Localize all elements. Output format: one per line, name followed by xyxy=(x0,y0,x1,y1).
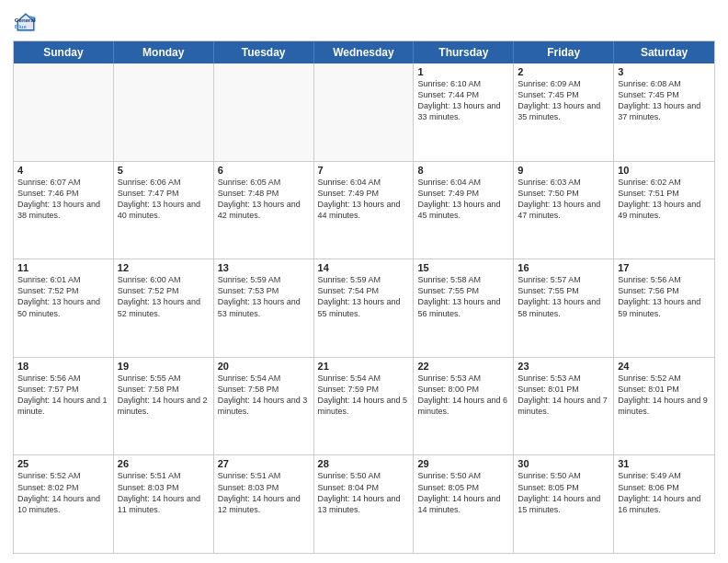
calendar-row-3: 18Sunrise: 5:56 AM Sunset: 7:57 PM Dayli… xyxy=(14,358,714,456)
cell-info: Sunrise: 5:52 AM Sunset: 8:01 PM Dayligh… xyxy=(618,373,711,418)
cell-number: 24 xyxy=(618,361,711,372)
cell-15: 15Sunrise: 5:58 AM Sunset: 7:55 PM Dayli… xyxy=(414,259,514,357)
cell-3: 3Sunrise: 6:08 AM Sunset: 7:45 PM Daylig… xyxy=(614,63,714,161)
cell-28: 28Sunrise: 5:50 AM Sunset: 8:04 PM Dayli… xyxy=(314,455,415,553)
cell-4: 4Sunrise: 6:07 AM Sunset: 7:46 PM Daylig… xyxy=(14,162,114,259)
cell-12: 12Sunrise: 6:00 AM Sunset: 7:52 PM Dayli… xyxy=(114,259,214,357)
cell-26: 26Sunrise: 5:51 AM Sunset: 8:03 PM Dayli… xyxy=(114,455,214,553)
cell-info: Sunrise: 6:06 AM Sunset: 7:47 PM Dayligh… xyxy=(118,177,210,222)
cell-info: Sunrise: 5:49 AM Sunset: 8:06 PM Dayligh… xyxy=(618,470,711,515)
cell-number: 17 xyxy=(618,262,711,273)
calendar-row-0: 1Sunrise: 6:10 AM Sunset: 7:44 PM Daylig… xyxy=(14,63,714,162)
cell-number: 13 xyxy=(218,262,310,273)
cell-info: Sunrise: 5:51 AM Sunset: 8:03 PM Dayligh… xyxy=(218,470,310,515)
cell-22: 22Sunrise: 5:53 AM Sunset: 8:00 PM Dayli… xyxy=(414,358,514,455)
cell-info: Sunrise: 5:57 AM Sunset: 7:55 PM Dayligh… xyxy=(518,274,609,319)
cell-number: 19 xyxy=(118,361,210,372)
cell-info: Sunrise: 6:08 AM Sunset: 7:45 PM Dayligh… xyxy=(618,78,711,123)
cell-number: 15 xyxy=(417,262,509,273)
calendar-row-4: 25Sunrise: 5:52 AM Sunset: 8:02 PM Dayli… xyxy=(14,455,714,553)
cell-info: Sunrise: 5:58 AM Sunset: 7:55 PM Dayligh… xyxy=(417,274,509,319)
cell-27: 27Sunrise: 5:51 AM Sunset: 8:03 PM Dayli… xyxy=(214,455,314,553)
day-header-wednesday: Wednesday xyxy=(314,41,415,63)
cell-info: Sunrise: 5:55 AM Sunset: 7:58 PM Dayligh… xyxy=(118,373,210,418)
cell-number: 10 xyxy=(618,165,711,176)
cell-23: 23Sunrise: 5:53 AM Sunset: 8:01 PM Dayli… xyxy=(514,358,614,455)
calendar-row-2: 11Sunrise: 6:01 AM Sunset: 7:52 PM Dayli… xyxy=(14,259,714,358)
cell-number: 18 xyxy=(17,361,109,372)
cell-info: Sunrise: 6:04 AM Sunset: 7:49 PM Dayligh… xyxy=(417,177,509,222)
cell-info: Sunrise: 5:56 AM Sunset: 7:56 PM Dayligh… xyxy=(618,274,711,319)
cell-number: 21 xyxy=(318,361,410,372)
cell-number: 5 xyxy=(118,165,210,176)
cell-9: 9Sunrise: 6:03 AM Sunset: 7:50 PM Daylig… xyxy=(514,162,614,259)
cell-empty-3 xyxy=(314,63,415,161)
cell-18: 18Sunrise: 5:56 AM Sunset: 7:57 PM Dayli… xyxy=(14,358,114,455)
cell-5: 5Sunrise: 6:06 AM Sunset: 7:47 PM Daylig… xyxy=(114,162,214,259)
cell-number: 27 xyxy=(218,458,310,469)
cell-31: 31Sunrise: 5:49 AM Sunset: 8:06 PM Dayli… xyxy=(614,455,714,553)
cell-25: 25Sunrise: 5:52 AM Sunset: 8:02 PM Dayli… xyxy=(14,455,114,553)
cell-info: Sunrise: 5:54 AM Sunset: 7:59 PM Dayligh… xyxy=(318,373,410,418)
cell-number: 9 xyxy=(518,165,609,176)
cell-17: 17Sunrise: 5:56 AM Sunset: 7:56 PM Dayli… xyxy=(614,259,714,357)
cell-info: Sunrise: 5:54 AM Sunset: 7:58 PM Dayligh… xyxy=(218,373,310,418)
day-header-monday: Monday xyxy=(114,41,214,63)
cell-number: 30 xyxy=(518,458,609,469)
day-header-friday: Friday xyxy=(514,41,614,63)
day-header-sunday: Sunday xyxy=(14,41,114,63)
header: General Blue xyxy=(13,9,715,35)
cell-6: 6Sunrise: 6:05 AM Sunset: 7:48 PM Daylig… xyxy=(214,162,314,259)
day-headers: SundayMondayTuesdayWednesdayThursdayFrid… xyxy=(14,41,714,63)
day-header-thursday: Thursday xyxy=(414,41,514,63)
cell-19: 19Sunrise: 5:55 AM Sunset: 7:58 PM Dayli… xyxy=(114,358,214,455)
cell-number: 8 xyxy=(417,165,509,176)
cell-info: Sunrise: 5:52 AM Sunset: 8:02 PM Dayligh… xyxy=(17,470,109,515)
cell-29: 29Sunrise: 5:50 AM Sunset: 8:05 PM Dayli… xyxy=(414,455,514,553)
day-header-tuesday: Tuesday xyxy=(214,41,314,63)
cell-info: Sunrise: 5:51 AM Sunset: 8:03 PM Dayligh… xyxy=(118,470,210,515)
logo: General Blue xyxy=(13,9,42,35)
cell-number: 20 xyxy=(218,361,310,372)
cell-1: 1Sunrise: 6:10 AM Sunset: 7:44 PM Daylig… xyxy=(414,63,514,161)
cell-number: 3 xyxy=(618,66,711,77)
cell-info: Sunrise: 6:09 AM Sunset: 7:45 PM Dayligh… xyxy=(518,78,609,123)
cell-13: 13Sunrise: 5:59 AM Sunset: 7:53 PM Dayli… xyxy=(214,259,314,357)
cell-number: 22 xyxy=(417,361,509,372)
cell-info: Sunrise: 6:04 AM Sunset: 7:49 PM Dayligh… xyxy=(318,177,410,222)
calendar: SundayMondayTuesdayWednesdayThursdayFrid… xyxy=(13,40,715,554)
cell-number: 1 xyxy=(417,66,509,77)
calendar-body: 1Sunrise: 6:10 AM Sunset: 7:44 PM Daylig… xyxy=(14,63,714,553)
cell-info: Sunrise: 6:00 AM Sunset: 7:52 PM Dayligh… xyxy=(118,274,210,319)
cell-number: 12 xyxy=(118,262,210,273)
svg-text:Blue: Blue xyxy=(15,23,28,29)
cell-number: 6 xyxy=(218,165,310,176)
cell-number: 2 xyxy=(518,66,609,77)
page: General Blue SundayMondayTuesdayWednesda… xyxy=(0,0,728,563)
cell-info: Sunrise: 6:02 AM Sunset: 7:51 PM Dayligh… xyxy=(618,177,711,222)
cell-empty-0 xyxy=(14,63,114,161)
cell-number: 16 xyxy=(518,262,609,273)
cell-empty-2 xyxy=(214,63,314,161)
cell-number: 7 xyxy=(318,165,410,176)
cell-number: 28 xyxy=(318,458,410,469)
cell-8: 8Sunrise: 6:04 AM Sunset: 7:49 PM Daylig… xyxy=(414,162,514,259)
cell-21: 21Sunrise: 5:54 AM Sunset: 7:59 PM Dayli… xyxy=(314,358,415,455)
cell-info: Sunrise: 6:05 AM Sunset: 7:48 PM Dayligh… xyxy=(218,177,310,222)
cell-number: 31 xyxy=(618,458,711,469)
cell-14: 14Sunrise: 5:59 AM Sunset: 7:54 PM Dayli… xyxy=(314,259,415,357)
cell-info: Sunrise: 6:03 AM Sunset: 7:50 PM Dayligh… xyxy=(518,177,609,222)
cell-11: 11Sunrise: 6:01 AM Sunset: 7:52 PM Dayli… xyxy=(14,259,114,357)
cell-number: 26 xyxy=(118,458,210,469)
cell-number: 23 xyxy=(518,361,609,372)
calendar-row-1: 4Sunrise: 6:07 AM Sunset: 7:46 PM Daylig… xyxy=(14,162,714,260)
cell-info: Sunrise: 5:50 AM Sunset: 8:05 PM Dayligh… xyxy=(417,470,509,515)
cell-info: Sunrise: 6:10 AM Sunset: 7:44 PM Dayligh… xyxy=(417,78,509,123)
cell-24: 24Sunrise: 5:52 AM Sunset: 8:01 PM Dayli… xyxy=(614,358,714,455)
cell-number: 11 xyxy=(17,262,109,273)
cell-info: Sunrise: 5:50 AM Sunset: 8:05 PM Dayligh… xyxy=(518,470,609,515)
cell-30: 30Sunrise: 5:50 AM Sunset: 8:05 PM Dayli… xyxy=(514,455,614,553)
cell-info: Sunrise: 5:59 AM Sunset: 7:53 PM Dayligh… xyxy=(218,274,310,319)
cell-number: 29 xyxy=(417,458,509,469)
cell-info: Sunrise: 6:01 AM Sunset: 7:52 PM Dayligh… xyxy=(17,274,109,319)
